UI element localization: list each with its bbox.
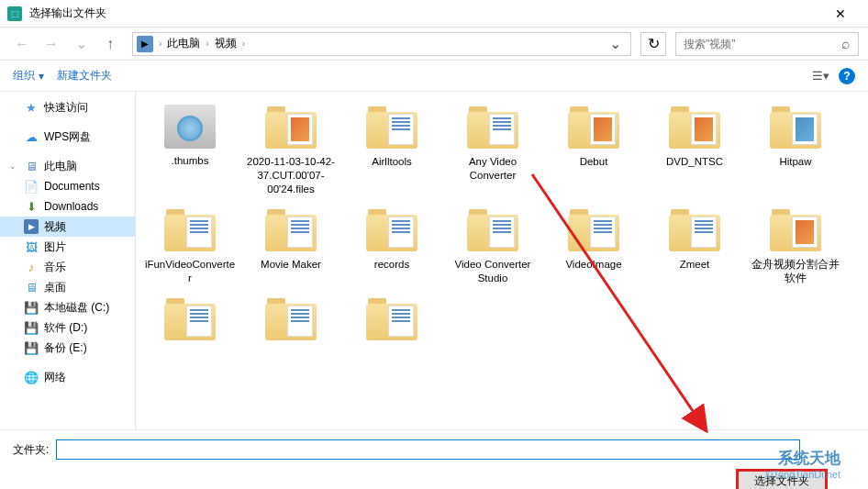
doc-icon-icon: 📄 bbox=[24, 179, 39, 194]
net-icon-icon: 🌐 bbox=[24, 370, 39, 384]
titlebar: ⬚ 选择输出文件夹 ✕ bbox=[0, 0, 868, 28]
folder-item-金舟视频分割合并软件[interactable]: 金舟视频分割合并软件 bbox=[745, 202, 846, 291]
path-segment-videos[interactable]: 视频 bbox=[211, 36, 240, 51]
sidebar-item-label: 备份 (E:) bbox=[44, 340, 87, 356]
folder-label: Video Converter Studio bbox=[444, 258, 541, 285]
folder-icon bbox=[162, 296, 217, 342]
sidebar-item-音乐[interactable]: ♪音乐 bbox=[0, 257, 135, 277]
toolbar: 组织 ▾ 新建文件夹 ☰▾ ? bbox=[0, 61, 868, 92]
folder-label: .thumbs bbox=[141, 154, 239, 168]
folder-icon bbox=[465, 105, 520, 150]
search-input[interactable] bbox=[684, 38, 841, 50]
folder-item-15[interactable] bbox=[240, 291, 341, 352]
star-icon-icon: ★ bbox=[24, 100, 39, 115]
folder-label: Airlltools bbox=[343, 155, 440, 169]
path-dropdown[interactable]: ⌄ bbox=[604, 35, 627, 52]
content-pane[interactable]: .thumbs2020-11-03-10-42-37.CUT.00'07-00'… bbox=[136, 92, 868, 429]
folder-item-Movie Maker[interactable]: Movie Maker bbox=[240, 202, 341, 291]
sidebar-item-Documents[interactable]: 📄Documents bbox=[0, 176, 135, 196]
folder-icon bbox=[768, 207, 823, 253]
folder-item-.thumbs[interactable]: .thumbs bbox=[139, 99, 240, 202]
organize-menu[interactable]: 组织 ▾ bbox=[13, 68, 44, 83]
app-icon: ⬚ bbox=[7, 6, 22, 21]
folder-label: 金舟视频分割合并软件 bbox=[747, 258, 844, 285]
sidebar-item-label: Downloads bbox=[44, 200, 98, 213]
folder-item-Hitpaw[interactable]: Hitpaw bbox=[745, 99, 846, 202]
path-sep: › bbox=[240, 39, 247, 49]
folder-icon bbox=[667, 105, 722, 150]
folder-label: Debut bbox=[545, 155, 642, 169]
select-folder-button[interactable]: 选择文件夹 bbox=[736, 469, 828, 489]
path-bar[interactable]: ▶ › 此电脑 › 视频 › ⌄ bbox=[132, 32, 631, 56]
folder-label: Zmeet bbox=[646, 258, 743, 272]
help-button[interactable]: ? bbox=[839, 68, 855, 84]
view-options-button[interactable]: ☰▾ bbox=[812, 69, 829, 83]
folder-item-Debut[interactable]: Debut bbox=[543, 99, 644, 202]
sidebar-item-快速访问[interactable]: ★快速访问 bbox=[0, 97, 135, 117]
folder-item-Video Converter Studio[interactable]: Video Converter Studio bbox=[442, 202, 543, 291]
folder-icon bbox=[162, 207, 217, 253]
vid-icon-icon: ▶ bbox=[24, 219, 39, 234]
forward-button[interactable]: → bbox=[39, 32, 64, 56]
folder-item-16[interactable] bbox=[341, 291, 442, 352]
sidebar-item-label: 图片 bbox=[44, 239, 66, 255]
recent-dropdown[interactable]: ⌄ bbox=[68, 32, 94, 56]
search-box[interactable]: ⌕ bbox=[675, 32, 859, 56]
sidebar-item-本地磁盘 (C:)[interactable]: 💾本地磁盘 (C:) bbox=[0, 297, 135, 317]
folder-item-DVD_NTSC[interactable]: DVD_NTSC bbox=[644, 99, 745, 202]
music-icon-icon: ♪ bbox=[24, 260, 39, 274]
folder-icon bbox=[263, 296, 318, 342]
sidebar-item-label: 此电脑 bbox=[44, 159, 77, 174]
folder-label: DVD_NTSC bbox=[646, 155, 743, 169]
path-location-icon: ▶ bbox=[137, 36, 153, 52]
sidebar-item-label: 快速访问 bbox=[44, 100, 88, 116]
refresh-button[interactable]: ↻ bbox=[640, 32, 666, 56]
folder-icon bbox=[566, 207, 621, 253]
folder-icon bbox=[263, 207, 318, 253]
sidebar-item-Downloads[interactable]: ⬇Downloads bbox=[0, 196, 135, 217]
folder-item-iFunVideoConverter[interactable]: iFunVideoConverter bbox=[139, 202, 240, 291]
path-sep: › bbox=[204, 39, 210, 49]
sidebar-item-此电脑[interactable]: ⌄🖥此电脑 bbox=[0, 156, 135, 176]
folder-item-2020-11-03-10-42-37.CUT.00'07-00'24.files[interactable]: 2020-11-03-10-42-37.CUT.00'07-00'24.file… bbox=[240, 99, 341, 202]
folder-label: VideoImage bbox=[545, 258, 642, 272]
folder-item-14[interactable] bbox=[139, 291, 240, 352]
expand-icon[interactable]: ⌄ bbox=[9, 161, 18, 171]
disk-icon-icon: 💾 bbox=[24, 320, 39, 335]
desktop-icon-icon: 🖥 bbox=[24, 280, 39, 295]
pc-icon-icon: 🖥 bbox=[24, 159, 39, 173]
search-icon[interactable]: ⌕ bbox=[841, 36, 851, 52]
sidebar-item-桌面[interactable]: 🖥桌面 bbox=[0, 277, 135, 297]
window-title: 选择输出文件夹 bbox=[29, 6, 819, 21]
sidebar-item-label: 本地磁盘 (C:) bbox=[44, 300, 109, 316]
folder-label: Any Video Converter bbox=[444, 155, 541, 183]
sidebar-item-软件 (D:)[interactable]: 💾软件 (D:) bbox=[0, 317, 135, 338]
sidebar-item-label: 软件 (D:) bbox=[44, 320, 87, 336]
sidebar-item-图片[interactable]: 🖼图片 bbox=[0, 237, 135, 257]
new-folder-button[interactable]: 新建文件夹 bbox=[57, 68, 112, 83]
sidebar-item-label: 视频 bbox=[44, 219, 66, 235]
path-segment-pc[interactable]: 此电脑 bbox=[163, 36, 204, 51]
folder-item-Zmeet[interactable]: Zmeet bbox=[644, 202, 745, 291]
sidebar-item-网络[interactable]: 🌐网络 bbox=[0, 367, 135, 387]
folder-icon bbox=[768, 105, 823, 150]
chevron-down-icon: ▾ bbox=[39, 70, 44, 83]
folder-item-VideoImage[interactable]: VideoImage bbox=[543, 202, 644, 291]
navbar: ← → ⌄ ↑ ▶ › 此电脑 › 视频 › ⌄ ↻ ⌕ bbox=[0, 28, 868, 61]
sidebar-item-备份 (E:)[interactable]: 💾备份 (E:) bbox=[0, 338, 135, 358]
close-button[interactable]: ✕ bbox=[819, 0, 861, 28]
wps-icon-icon: ☁ bbox=[24, 129, 39, 144]
folder-item-Any Video Converter[interactable]: Any Video Converter bbox=[442, 99, 543, 202]
folder-item-Airlltools[interactable]: Airlltools bbox=[341, 99, 442, 202]
sidebar-item-WPS网盘[interactable]: ☁WPS网盘 bbox=[0, 127, 135, 147]
sidebar-item-视频[interactable]: ▶视频 bbox=[0, 217, 135, 237]
disk-icon-icon: 💾 bbox=[24, 300, 39, 315]
folder-item-records[interactable]: records bbox=[341, 202, 442, 291]
folder-name-input[interactable] bbox=[56, 439, 800, 460]
folder-icon bbox=[364, 105, 419, 150]
folder-label: records bbox=[343, 258, 440, 272]
back-button[interactable]: ← bbox=[9, 32, 35, 56]
up-button[interactable]: ↑ bbox=[97, 32, 123, 56]
dl-icon-icon: ⬇ bbox=[24, 199, 39, 214]
sidebar-item-label: 音乐 bbox=[44, 260, 66, 275]
